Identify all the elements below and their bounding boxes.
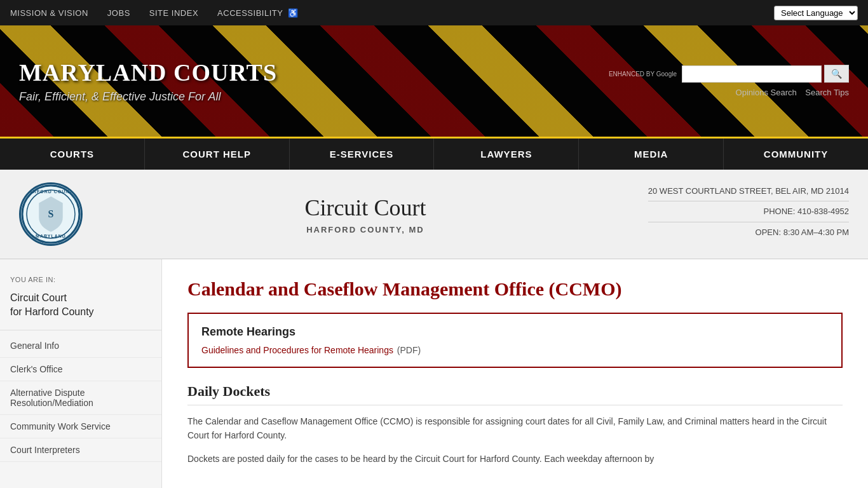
language-dropdown[interactable]: Select Language [774,6,858,20]
site-title: MARYLAND COURTS [19,58,571,86]
nav-media[interactable]: MEDIA [579,139,724,170]
nav-community[interactable]: COMMUNITY [724,139,868,170]
svg-text:HARFORD COUNTY: HARFORD COUNTY [25,189,77,194]
current-location-line1: Circuit Court [10,292,67,303]
court-hours: OPEN: 8:30 AM–4:30 PM [648,225,849,242]
court-address: 20 WEST COURTLAND STREET, BEL AIR, MD 21… [648,184,849,201]
sidebar-item-community-work[interactable]: Community Work Service [0,415,161,438]
hours-label: OPEN: [756,227,781,237]
site-subtitle: Fair, Efficient, & Effective Justice For… [19,90,571,104]
remote-hearings-content: Guidelines and Procedures for Remote Hea… [201,345,829,355]
nav-court-help[interactable]: COURT HELP [145,139,290,170]
nav-lawyers[interactable]: LAWYERS [434,139,579,170]
sidebar-item-court-interpreters[interactable]: Court Interpreters [0,438,161,462]
phone-label: PHONE: [764,207,796,216]
mission-vision-link[interactable]: MISSION & VISION [10,8,88,18]
daily-dockets-paragraph-2: Dockets are posted daily for the cases t… [187,452,843,466]
site-index-link[interactable]: SITE INDEX [149,8,198,18]
header-branding: MARYLAND COURTS Fair, Efficient, & Effec… [0,46,590,116]
current-location-line2: for Harford County [10,306,94,317]
pdf-label: (PDF) [397,345,421,355]
daily-dockets-paragraph-1: The Calendar and Caseflow Management Off… [187,414,843,443]
svg-text:MARYLAND: MARYLAND [36,234,66,238]
jobs-link[interactable]: JOBS [107,8,130,18]
sidebar: YOU ARE IN: Circuit Court for Harford Co… [0,259,162,488]
search-input[interactable] [682,65,822,83]
accessibility-link[interactable]: ACCESSIBILITY ♿ [217,8,299,18]
sidebar-item-general-info[interactable]: General Info [0,334,161,358]
phone-number: 410-838-4952 [797,207,849,216]
top-bar: MISSION & VISION JOBS SITE INDEX ACCESSI… [0,0,868,25]
court-name-area: Circuit Court HARFORD COUNTY, MD [102,194,629,234]
accessibility-icon: ♿ [288,8,299,18]
search-button[interactable]: 🔍 [824,65,849,83]
court-title: Circuit Court [102,194,629,221]
main-content: Calendar and Caseflow Management Office … [162,259,868,488]
accessibility-label: ACCESSIBILITY [217,8,283,18]
svg-text:S: S [48,208,54,219]
main-navigation: COURTS COURT HELP E-SERVICES LAWYERS MED… [0,137,868,170]
court-phone: PHONE: 410-838-4952 [648,204,849,222]
nav-eservices[interactable]: E-SERVICES [290,139,435,170]
remote-hearings-link[interactable]: Guidelines and Procedures for Remote Hea… [201,345,393,355]
enhanced-by-label: ENHANCED BY Google [609,71,677,78]
remote-hearings-box: Remote Hearings Guidelines and Procedure… [187,313,843,368]
search-area: ENHANCED BY Google 🔍 Opinions Search Sea… [590,52,868,110]
court-seal: S HARFORD COUNTY MARYLAND [19,182,83,246]
search-form: ENHANCED BY Google 🔍 [609,65,849,83]
content-wrapper: YOU ARE IN: Circuit Court for Harford Co… [0,259,868,488]
daily-dockets-title: Daily Dockets [187,383,843,405]
court-county: HARFORD COUNTY, MD [102,225,629,234]
breadcrumb: YOU ARE IN: [0,272,161,291]
search-icon: 🔍 [831,69,842,79]
seal-svg: S HARFORD COUNTY MARYLAND [21,184,81,244]
search-links: Opinions Search Search Tips [609,88,849,97]
sidebar-item-clerks-office[interactable]: Clerk's Office [0,358,161,381]
remote-hearings-title: Remote Hearings [201,325,829,339]
opinions-search-link[interactable]: Opinions Search [736,88,797,97]
sidebar-item-adr[interactable]: Alternative Dispute Resolution/Mediation [0,381,161,415]
page-title: Calendar and Caseflow Management Office … [187,278,843,300]
top-navigation: MISSION & VISION JOBS SITE INDEX ACCESSI… [10,8,299,18]
court-contact-info: 20 WEST COURTLAND STREET, BEL AIR, MD 21… [648,184,849,245]
search-tips-link[interactable]: Search Tips [805,88,849,97]
current-location: Circuit Court for Harford County [0,291,161,330]
hours-value: 8:30 AM–4:30 PM [783,227,849,237]
language-selector[interactable]: Select Language [774,6,858,20]
court-header: S HARFORD COUNTY MARYLAND Circuit Court … [0,170,868,259]
site-header: MARYLAND COURTS Fair, Efficient, & Effec… [0,25,868,137]
nav-courts[interactable]: COURTS [0,139,145,170]
